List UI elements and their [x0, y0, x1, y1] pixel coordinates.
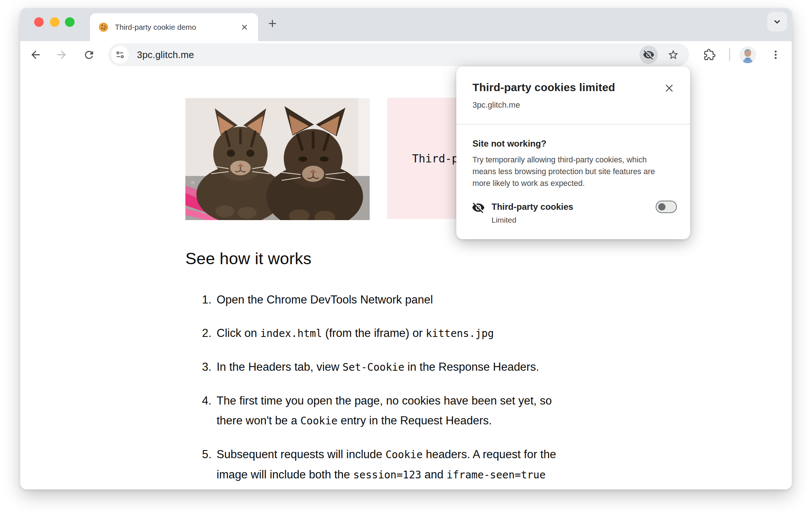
omnibox[interactable]: 3pc.glitch.me — [108, 43, 689, 66]
url-text[interactable]: 3pc.glitch.me — [137, 49, 194, 61]
kebab-menu-icon[interactable] — [767, 46, 784, 64]
page-title: See how it works — [185, 249, 311, 268]
toolbar: 3pc.glitch.me — [20, 41, 792, 69]
list-item: 3.In the Headers tab, view Set-Cookie in… — [195, 357, 654, 377]
steps-list: 1.Open the Chrome DevTools Network panel… — [195, 290, 654, 489]
toggle-switch[interactable] — [656, 201, 677, 213]
list-item: 1.Open the Chrome DevTools Network panel — [195, 290, 654, 310]
list-marker: 5. — [195, 445, 211, 489]
list-item: 4.The first time you open the page, no c… — [195, 391, 654, 431]
tab-strip: Third-party cookie demo — [20, 8, 792, 41]
close-icon[interactable] — [663, 82, 675, 94]
new-tab-plus-icon[interactable] — [263, 14, 282, 33]
avatar[interactable] — [739, 46, 756, 63]
star-icon[interactable] — [664, 46, 682, 64]
screenshot-root: Third-party cookie demo — [0, 0, 812, 521]
cookies-popup: Third-party cookies limited 3pc.glitch.m… — [456, 67, 690, 239]
chevron-down-icon[interactable] — [767, 12, 787, 32]
forward-icon — [53, 46, 70, 64]
toggle-label: Third-party cookies — [492, 202, 573, 212]
list-item: 5.Subsequent requests will include Cooki… — [195, 445, 654, 489]
back-icon[interactable] — [27, 46, 44, 64]
popup-site: 3pc.glitch.me — [472, 100, 520, 110]
traffic-light-zoom[interactable] — [65, 17, 75, 27]
popup-divider — [456, 124, 690, 125]
extensions-icon[interactable] — [701, 46, 718, 64]
popup-body: Try temporarily allowing third-party coo… — [472, 154, 655, 189]
eye-off-icon[interactable] — [639, 46, 658, 64]
list-item: 2.Click on index.html (from the iframe) … — [195, 323, 654, 344]
toggle-status: Limited — [492, 216, 516, 224]
list-marker: 3. — [195, 357, 211, 377]
reload-icon[interactable] — [80, 46, 98, 64]
traffic-light-close[interactable] — [34, 17, 44, 27]
list-marker: 4. — [195, 391, 211, 431]
toggle-knob — [658, 203, 666, 211]
eye-off-icon — [472, 201, 485, 214]
tab-close-icon[interactable] — [239, 22, 250, 33]
tab-active[interactable]: Third-party cookie demo — [90, 13, 258, 41]
traffic-light-minimize[interactable] — [50, 17, 59, 27]
popup-title: Third-party cookies limited — [472, 81, 615, 94]
kittens-photo — [185, 98, 370, 220]
tab-title: Third-party cookie demo — [115, 23, 239, 32]
list-marker: 2. — [195, 323, 211, 344]
site-info-icon[interactable] — [111, 46, 129, 64]
toolbar-separator — [729, 48, 730, 61]
list-marker: 1. — [195, 290, 211, 310]
popup-section-title: Site not working? — [472, 139, 546, 149]
cookie-icon — [98, 22, 109, 33]
